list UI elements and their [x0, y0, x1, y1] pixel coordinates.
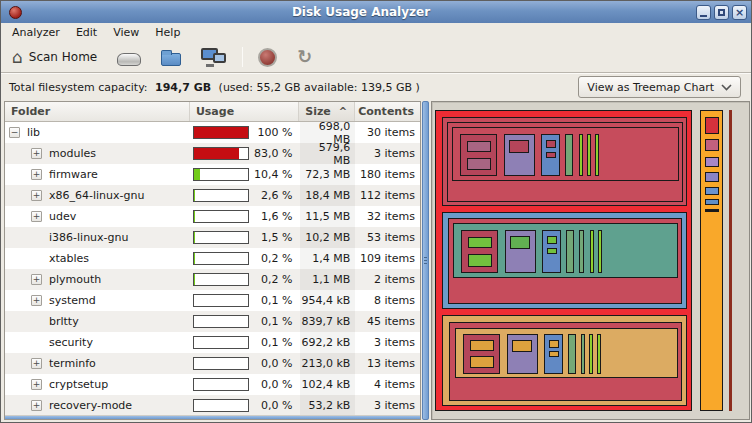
treemap-rect[interactable]: [435, 110, 692, 411]
treemap-rect[interactable]: [468, 237, 492, 248]
treemap-rect[interactable]: [542, 230, 561, 273]
table-row[interactable]: +modules83,0 %579,6 MB3 items: [5, 143, 420, 164]
expand-icon[interactable]: +: [31, 295, 42, 306]
treemap-rect[interactable]: [442, 117, 687, 206]
table-row[interactable]: xtables0,2 %1,4 MB109 items: [5, 248, 420, 269]
treemap-rect[interactable]: [546, 140, 556, 148]
treemap-rect[interactable]: [705, 157, 719, 167]
treemap-rect[interactable]: [705, 139, 719, 151]
treemap-rect[interactable]: [546, 152, 556, 158]
minimize-button[interactable]: [696, 5, 711, 20]
expand-icon[interactable]: +: [31, 169, 42, 180]
treemap-rect[interactable]: [447, 122, 683, 202]
treemap-rect[interactable]: [448, 218, 682, 304]
treemap-rect[interactable]: [463, 334, 500, 374]
treemap-rect[interactable]: [467, 141, 491, 152]
scan-filesystem-button[interactable]: [112, 46, 146, 68]
table-row[interactable]: +x86_64-linux-gnu2,6 %18,4 MB112 items: [5, 185, 420, 206]
table-row[interactable]: +terminfo0,0 %213,0 kB13 items: [5, 353, 420, 374]
treemap-rect[interactable]: [595, 134, 599, 176]
treemap-chart[interactable]: [431, 101, 750, 420]
collapse-icon[interactable]: −: [9, 127, 20, 138]
treemap-rect[interactable]: [589, 334, 593, 374]
treemap-rect[interactable]: [544, 334, 563, 374]
expand-icon[interactable]: +: [31, 274, 42, 285]
table-row[interactable]: −lib100 %698,0 MB30 items: [5, 122, 420, 143]
scan-home-button[interactable]: ⌂ Scan Home: [7, 47, 102, 68]
treemap-rect[interactable]: [729, 110, 732, 411]
treemap-rect[interactable]: [452, 127, 679, 181]
expand-icon[interactable]: +: [31, 358, 42, 369]
treemap-rect[interactable]: [461, 230, 498, 273]
treemap-rect[interactable]: [549, 351, 559, 357]
treemap-rect[interactable]: [705, 187, 719, 195]
maximize-button[interactable]: [714, 5, 729, 20]
treemap-rect[interactable]: [504, 134, 535, 176]
treemap-rect[interactable]: [547, 236, 557, 244]
scan-remote-button[interactable]: [196, 46, 232, 68]
title-bar[interactable]: Disk Usage Analyzer ×: [1, 1, 751, 23]
treemap-rect[interactable]: [565, 134, 573, 176]
treemap-rect[interactable]: [470, 356, 494, 368]
scan-folder-button[interactable]: [156, 46, 186, 68]
treemap-rect[interactable]: [455, 328, 678, 378]
treemap-rect[interactable]: [598, 230, 602, 273]
treemap-rect[interactable]: [579, 134, 583, 176]
treemap-rect[interactable]: [705, 209, 719, 212]
menu-item-view[interactable]: View: [106, 24, 146, 41]
treemap-rect[interactable]: [705, 199, 719, 205]
expand-icon[interactable]: +: [31, 400, 42, 411]
treemap-rect[interactable]: [590, 230, 594, 273]
table-row[interactable]: brltty0,1 %839,7 kB45 items: [5, 311, 420, 332]
treemap-rect[interactable]: [470, 340, 494, 351]
treemap-rect[interactable]: [512, 340, 532, 352]
treemap-rect[interactable]: [705, 117, 719, 134]
menu-item-help[interactable]: Help: [148, 24, 187, 41]
treemap-rect[interactable]: [579, 230, 584, 273]
expand-icon[interactable]: +: [31, 211, 42, 222]
expand-icon[interactable]: +: [31, 379, 42, 390]
treemap-rect[interactable]: [568, 334, 576, 374]
view-selector-dropdown[interactable]: View as Treemap Chart: [578, 76, 741, 98]
table-row[interactable]: security0,1 %692,2 kB3 items: [5, 332, 420, 353]
treemap-rect[interactable]: [467, 158, 491, 170]
treemap-rect[interactable]: [453, 223, 678, 278]
treemap-rect[interactable]: [597, 334, 601, 374]
treemap-rect[interactable]: [442, 212, 687, 309]
treemap-rect[interactable]: [442, 315, 687, 406]
table-row[interactable]: +firmware10,4 %72,3 MB180 items: [5, 164, 420, 185]
treemap-rect[interactable]: [510, 236, 530, 249]
vertical-scrollbar[interactable]: [422, 101, 429, 420]
treemap-rect[interactable]: [541, 134, 560, 176]
menu-item-analyzer[interactable]: Analyzer: [5, 24, 67, 41]
treemap-rect[interactable]: [449, 322, 682, 401]
treemap-rect[interactable]: [468, 254, 492, 267]
treemap-rect[interactable]: [507, 334, 538, 374]
expand-icon[interactable]: +: [31, 190, 42, 201]
close-button[interactable]: ×: [732, 5, 747, 20]
table-row[interactable]: +recovery-mode0,0 %53,2 kB3 items: [5, 395, 420, 415]
scrollbar-thumb[interactable]: [422, 101, 429, 420]
refresh-button[interactable]: ↻: [292, 46, 317, 68]
treemap-rect[interactable]: [700, 110, 723, 411]
treemap-rect[interactable]: [460, 134, 497, 176]
table-row[interactable]: +systemd0,1 %954,4 kB8 items: [5, 290, 420, 311]
table-row[interactable]: +plymouth0,2 %1,1 MB2 items: [5, 269, 420, 290]
column-header-usage[interactable]: Usage: [190, 102, 299, 121]
treemap-rect[interactable]: [509, 140, 529, 153]
horizontal-scrollbar[interactable]: [5, 415, 420, 419]
treemap-rect[interactable]: [547, 248, 557, 254]
table-row[interactable]: i386-linux-gnu1,5 %10,2 MB53 items: [5, 227, 420, 248]
menu-item-edit[interactable]: Edit: [69, 24, 104, 41]
treemap-rect[interactable]: [581, 334, 585, 374]
table-row[interactable]: +udev1,6 %11,5 MB32 items: [5, 206, 420, 227]
treemap-rect[interactable]: [587, 134, 591, 176]
treemap-rect[interactable]: [505, 230, 536, 273]
stop-button[interactable]: [253, 46, 282, 69]
table-row[interactable]: +cryptsetup0,0 %102,4 kB4 items: [5, 374, 420, 395]
expand-icon[interactable]: +: [31, 148, 42, 159]
column-header-folder[interactable]: Folder: [5, 102, 190, 121]
treemap-rect[interactable]: [566, 230, 574, 273]
treemap-rect[interactable]: [549, 340, 559, 348]
column-header-size[interactable]: Size^: [299, 102, 355, 121]
